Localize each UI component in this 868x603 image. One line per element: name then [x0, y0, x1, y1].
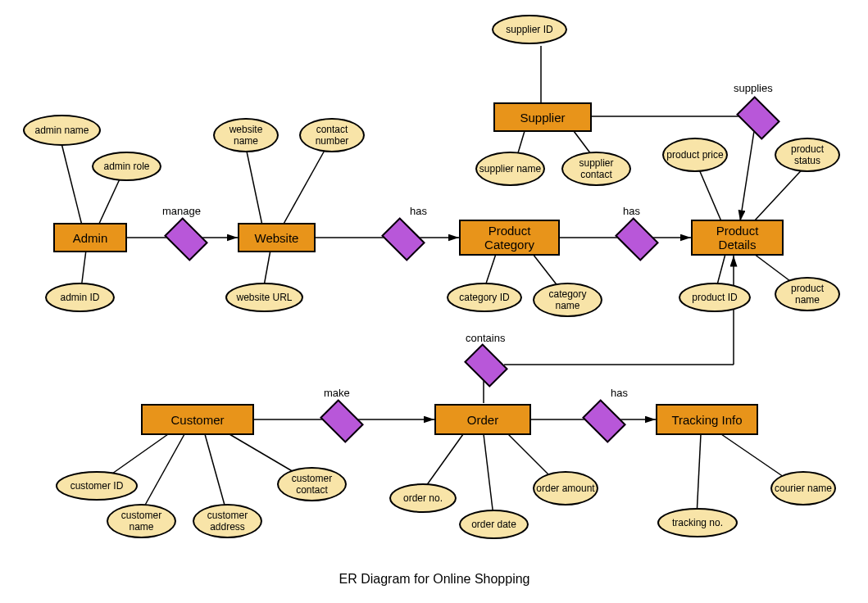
- entity-customer: Customer: [141, 404, 254, 435]
- attr-customer-name: customer name: [107, 504, 176, 538]
- entity-product-category: Product Category: [459, 220, 560, 256]
- attr-product-name: product name: [775, 277, 840, 311]
- svg-line-5: [246, 147, 262, 225]
- relationship-has-website-category: [381, 217, 425, 261]
- attr-admin-id: admin ID: [45, 283, 115, 312]
- label-has-1: has: [410, 205, 427, 217]
- label-supplies: supplies: [734, 82, 773, 94]
- svg-line-18: [740, 131, 754, 221]
- attr-supplier-contact: supplier contact: [561, 152, 631, 186]
- attr-product-price: product price: [662, 138, 728, 172]
- entity-supplier: Supplier: [493, 102, 592, 132]
- label-make: make: [324, 387, 350, 399]
- attr-order-no: order no.: [389, 483, 457, 513]
- attr-customer-contact: customer contact: [277, 467, 347, 501]
- diagram-title: ER Diagram for Online Shopping: [328, 572, 541, 587]
- attr-order-date: order date: [459, 510, 529, 539]
- label-contains: contains: [466, 332, 505, 344]
- attr-customer-address: customer address: [193, 504, 262, 538]
- svg-line-20: [754, 164, 807, 221]
- attr-supplier-name: supplier name: [475, 152, 545, 186]
- entity-admin: Admin: [53, 223, 127, 252]
- svg-line-30: [484, 434, 493, 516]
- attr-admin-name: admin name: [23, 115, 101, 146]
- attr-category-name: category name: [533, 283, 602, 317]
- svg-line-6: [283, 147, 326, 225]
- entity-tracking-info: Tracking Info: [656, 404, 758, 435]
- relationship-has-category-details: [615, 217, 659, 261]
- attr-category-id: category ID: [447, 283, 522, 312]
- relationship-supplies: [736, 96, 780, 140]
- label-has-3: has: [611, 387, 628, 399]
- attr-supplier-id: supplier ID: [492, 15, 567, 44]
- attr-tracking-no: tracking no.: [657, 508, 738, 537]
- relationship-has-order-tracking: [582, 399, 626, 443]
- svg-line-37: [697, 434, 701, 516]
- entity-order: Order: [434, 404, 531, 435]
- attr-product-status: product status: [775, 138, 840, 172]
- attr-website-url: website URL: [225, 283, 303, 312]
- relationship-manage: [164, 217, 208, 261]
- relationship-make: [320, 399, 364, 443]
- svg-line-25: [205, 434, 225, 508]
- label-has-2: has: [623, 205, 640, 217]
- attr-admin-role: admin role: [92, 152, 161, 181]
- svg-line-24: [143, 434, 184, 508]
- relationship-contains: [464, 343, 508, 388]
- er-diagram-canvas: Admin Website Product Category Product D…: [0, 0, 868, 603]
- attr-website-name: website name: [213, 118, 279, 152]
- entity-product-details: Product Details: [691, 220, 784, 256]
- svg-line-19: [697, 164, 721, 221]
- attr-customer-id: customer ID: [56, 471, 138, 501]
- attr-order-amount: order amount: [533, 471, 598, 506]
- svg-line-0: [61, 143, 82, 225]
- attr-contact-number: contact number: [299, 118, 365, 152]
- entity-website: Website: [238, 223, 316, 252]
- attr-product-id: product ID: [679, 283, 751, 312]
- attr-courier-name: courier name: [770, 471, 836, 506]
- label-manage: manage: [162, 205, 201, 217]
